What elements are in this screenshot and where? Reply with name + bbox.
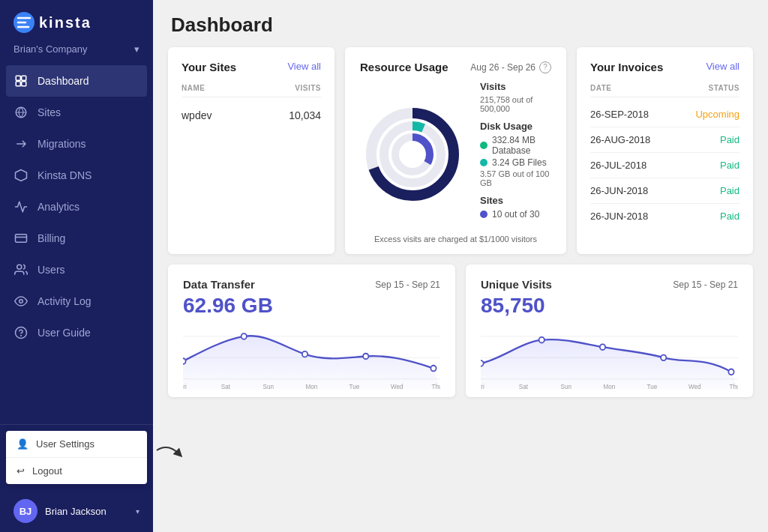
top-cards-row: Your Sites View all NAME VISITS wpdev 10… (153, 47, 768, 265)
user-chevron-icon: ▾ (136, 507, 140, 516)
unique-visits-title: Unique Visits (481, 278, 552, 291)
invoices-card-title: Your Invoices (590, 61, 663, 73)
arrow-indicator (153, 439, 183, 465)
svg-point-41 (481, 360, 484, 366)
invoice-date: 26-JUN-2018 (590, 185, 648, 196)
main-content: Dashboard Your Sites View all NAME VISIT… (153, 0, 768, 532)
svg-rect-0 (16, 76, 20, 80)
sidebar-item-kinsta-dns[interactable]: Kinsta DNS (0, 160, 153, 191)
donut-chart (360, 102, 465, 207)
sidebar-item-label: Sites (38, 106, 61, 118)
billing-icon (14, 231, 28, 246)
user-settings-label: User Settings (36, 438, 94, 450)
invoice-date: 26-JUL-2018 (590, 160, 646, 171)
svg-text:9/20: 9/20 (729, 389, 738, 390)
sidebar-item-label: Migrations (38, 138, 86, 150)
user-profile-row[interactable]: BJ Brian Jackson ▾ (0, 490, 153, 532)
svg-point-43 (600, 344, 605, 350)
sidebar-item-activity-log[interactable]: Activity Log (0, 285, 153, 317)
page-title: Dashboard (171, 13, 750, 37)
svg-rect-2 (16, 82, 20, 86)
sidebar-footer: 👤 User Settings ↩ Logout BJ Brian Jackso… (0, 424, 153, 532)
sites-icon (14, 105, 28, 120)
sidebar-item-label: Analytics (38, 201, 80, 213)
help-icon[interactable]: ? (539, 61, 551, 73)
svg-point-22 (363, 354, 368, 360)
invoices-card: Your Invoices View all DATE STATUS 26-SE… (577, 47, 753, 254)
sidebar-item-analytics[interactable]: Analytics (0, 191, 153, 223)
table-row: 26-AUG-2018 Paid (590, 127, 740, 153)
disk-files-item: 3.24 GB Files (480, 157, 551, 168)
analytics-icon (14, 199, 28, 214)
logo-area: kinsta (0, 0, 153, 40)
files-dot (480, 159, 488, 166)
svg-text:9/17: 9/17 (604, 389, 616, 390)
unique-visits-value: 85,750 (481, 294, 738, 318)
svg-text:9/14: 9/14 (481, 389, 487, 390)
sidebar-item-migrations[interactable]: Migrations (0, 128, 153, 160)
users-icon (14, 262, 28, 277)
activity-icon (14, 294, 28, 309)
sites-count-item: 10 out of 30 (480, 209, 551, 220)
svg-text:9/16: 9/16 (262, 389, 274, 390)
unique-visits-header: Unique Visits Sep 15 - Sep 21 (481, 278, 738, 291)
invoice-status-col: STATUS (708, 84, 740, 92)
unique-visits-date-range: Sep 15 - Sep 21 (673, 279, 738, 290)
logout-button[interactable]: ↩ Logout (6, 458, 147, 484)
sites-dot (480, 211, 488, 218)
resource-content: Visits 215,758 out of 500,000 Disk Usage… (360, 81, 551, 227)
svg-text:9/19: 9/19 (688, 389, 700, 390)
table-row: 26-SEP-2018 Upcoming (590, 102, 740, 127)
site-visits: 10,034 (289, 109, 321, 121)
data-transfer-card: Data Transfer Sep 15 - Sep 21 62.96 GB (168, 265, 455, 397)
resource-card-title: Resource Usage (360, 61, 448, 73)
invoice-date-col: DATE (590, 84, 611, 92)
sidebar-item-sites[interactable]: Sites (0, 97, 153, 128)
sidebar-item-billing[interactable]: Billing (0, 223, 153, 254)
svg-point-45 (728, 369, 734, 375)
sidebar-item-label: Billing (38, 232, 65, 244)
logout-label: Logout (32, 465, 62, 477)
visits-legend: Visits 215,758 out of 500,000 (480, 81, 551, 113)
invoice-status: Paid (720, 185, 740, 196)
logout-icon: ↩ (16, 465, 25, 477)
svg-point-7 (20, 300, 23, 303)
table-row: 26-JUN-2018 Paid (590, 204, 740, 229)
sidebar-item-users[interactable]: Users (0, 254, 153, 285)
svg-point-6 (17, 265, 22, 269)
sidebar-item-label: User Guide (38, 327, 91, 339)
page-header: Dashboard (153, 0, 768, 47)
sidebar-item-label: Users (38, 264, 65, 276)
bottom-cards-row: Data Transfer Sep 15 - Sep 21 62.96 GB (153, 265, 768, 408)
sidebar-item-dashboard[interactable]: Dashboard (6, 65, 147, 97)
sites-view-all-link[interactable]: View all (287, 61, 321, 72)
sites-card-header: Your Sites View all (182, 61, 321, 73)
invoices-view-all-link[interactable]: View all (706, 61, 740, 72)
invoice-status: Upcoming (695, 109, 740, 120)
invoice-date: 26-SEP-2018 (590, 109, 649, 120)
table-row: 26-JUL-2018 Paid (590, 153, 740, 178)
table-row: 26-JUN-2018 Paid (590, 178, 740, 204)
svg-text:9/20: 9/20 (431, 389, 440, 390)
sites-table-header: NAME VISITS (182, 84, 321, 97)
your-sites-card: Your Sites View all NAME VISITS wpdev 10… (168, 47, 334, 254)
svg-text:9/14: 9/14 (183, 389, 189, 390)
site-name: wpdev (182, 109, 212, 121)
svg-text:9/15: 9/15 (518, 389, 530, 390)
data-transfer-date-range: Sep 15 - Sep 21 (375, 279, 440, 290)
svg-text:9/19: 9/19 (391, 389, 403, 390)
user-settings-icon: 👤 (16, 438, 28, 450)
sites-table: NAME VISITS wpdev 10,034 (182, 84, 321, 127)
company-selector[interactable]: Brian's Company ▾ (0, 40, 153, 65)
invoice-date: 26-AUG-2018 (590, 134, 650, 145)
sidebar: kinsta Brian's Company ▾ Dashboard Sites… (0, 0, 153, 532)
svg-point-9 (21, 335, 22, 336)
avatar: BJ (14, 499, 38, 523)
data-transfer-value: 62.96 GB (183, 294, 440, 318)
invoice-table-header: DATE STATUS (590, 84, 740, 97)
footer-popup-menu: 👤 User Settings ↩ Logout (6, 431, 147, 484)
user-settings-button[interactable]: 👤 User Settings (6, 431, 147, 458)
svg-point-42 (539, 337, 544, 343)
sidebar-item-user-guide[interactable]: User Guide (0, 317, 153, 348)
resource-footer-note: Excess visits are charged at $1/1000 vis… (360, 235, 551, 244)
